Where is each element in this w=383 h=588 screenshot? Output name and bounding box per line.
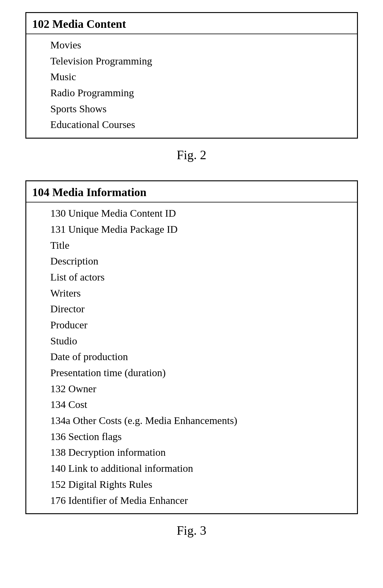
list-item: Date of production [50,349,351,365]
fig2-box-body: Movies Television Programming Music Radi… [26,34,357,138]
list-item: Writers [50,285,351,301]
fig3-label: Fig. 3 [25,523,358,538]
list-item: Television Programming [50,53,351,69]
diagram-container: 102 Media Content Movies Television Prog… [25,12,358,556]
fig2-box-header: 102 Media Content [26,13,357,34]
fig2-label: Fig. 2 [25,148,358,162]
list-item: Title [50,238,351,254]
fig3-box: 104 Media Information 130 Unique Media C… [25,180,358,514]
list-item: 152 Digital Rights Rules [50,477,351,493]
list-item: Music [50,69,351,85]
list-item: Educational Courses [50,117,351,133]
list-item: Director [50,301,351,317]
list-item: 131 Unique Media Package ID [50,222,351,238]
list-item: Producer [50,317,351,333]
list-item: Movies [50,37,351,53]
list-item: 136 Section flags [50,429,351,445]
list-item: Sports Shows [50,101,351,117]
list-item: 140 Link to additional information [50,461,351,477]
list-item: 132 Owner [50,381,351,397]
fig3-box-header: 104 Media Information [26,181,357,202]
fig3-box-body: 130 Unique Media Content ID 131 Unique M… [26,202,357,513]
list-item: 130 Unique Media Content ID [50,205,351,222]
list-item: 138 Decryption information [50,445,351,461]
list-item: 134a Other Costs (e.g. Media Enhancement… [50,413,351,429]
list-item: Studio [50,333,351,349]
list-item: 176 Identifier of Media Enhancer [50,493,351,509]
list-item: List of actors [50,269,351,285]
list-item: Radio Programming [50,85,351,101]
list-item: 134 Cost [50,397,351,413]
list-item: Description [50,253,351,269]
fig2-box: 102 Media Content Movies Television Prog… [25,12,358,139]
list-item: Presentation time (duration) [50,365,351,381]
